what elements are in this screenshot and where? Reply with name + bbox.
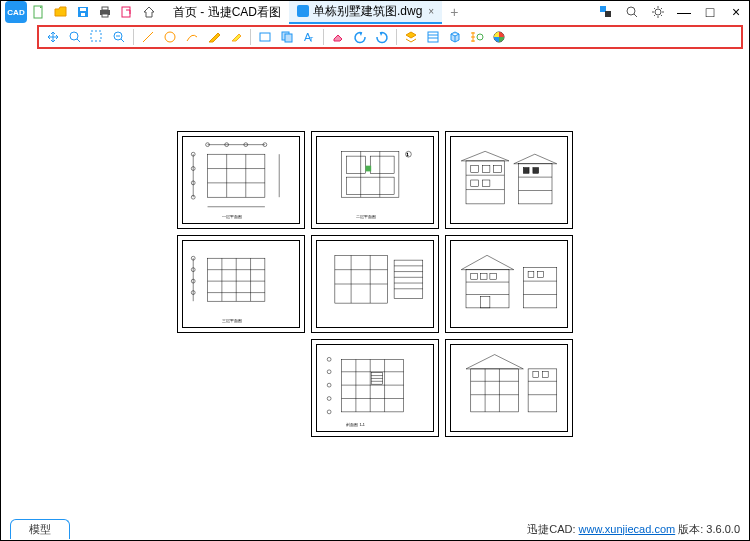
svg-rect-6 — [102, 14, 108, 17]
svg-rect-2 — [80, 8, 86, 11]
titlebar: CAD 首页 - 迅捷CAD看图 单栋别墅建筑图.dwg × + — □ × — [1, 1, 749, 23]
zoom-window-icon[interactable] — [87, 27, 107, 47]
measure-icon[interactable] — [467, 27, 487, 47]
svg-line-14 — [77, 39, 80, 42]
svg-rect-70 — [482, 180, 490, 187]
separator — [133, 29, 134, 45]
svg-rect-7 — [122, 7, 130, 17]
svg-rect-102 — [466, 270, 509, 308]
svg-rect-26 — [428, 32, 438, 42]
status-bar: 模型 迅捷CAD: www.xunjiecad.com 版本: 3.6.0.0 — [2, 519, 748, 539]
home-icon[interactable] — [141, 4, 157, 20]
line-icon[interactable] — [138, 27, 158, 47]
svg-rect-114 — [538, 272, 544, 278]
undo-icon[interactable] — [350, 27, 370, 47]
svg-rect-68 — [494, 166, 502, 173]
zoom-out-icon[interactable] — [109, 27, 129, 47]
circle-icon[interactable] — [160, 27, 180, 47]
separator — [250, 29, 251, 45]
svg-rect-3 — [81, 13, 85, 16]
svg-rect-75 — [523, 168, 529, 174]
svg-rect-35 — [208, 154, 265, 197]
tab-label: 单栋别墅建筑图.dwg — [313, 3, 422, 20]
svg-marker-77 — [514, 154, 557, 164]
svg-text:T: T — [309, 36, 314, 43]
print-icon[interactable] — [97, 4, 113, 20]
separator — [323, 29, 324, 45]
svg-rect-142 — [542, 372, 548, 378]
svg-marker-132 — [466, 355, 523, 369]
tab-label: 首页 - 迅捷CAD看图 — [173, 4, 281, 21]
svg-rect-107 — [480, 273, 487, 279]
footer-prefix: 迅捷CAD: — [527, 523, 578, 535]
pan-icon[interactable] — [43, 27, 63, 47]
tab-home[interactable]: 首页 - 迅捷CAD看图 — [165, 2, 289, 23]
svg-rect-106 — [471, 273, 478, 279]
redo-icon[interactable] — [372, 27, 392, 47]
3d-cube-icon[interactable] — [445, 27, 465, 47]
layers-icon[interactable] — [597, 3, 615, 21]
save-icon[interactable] — [75, 4, 91, 20]
svg-rect-69 — [471, 180, 479, 187]
svg-rect-15 — [91, 31, 101, 41]
svg-point-20 — [165, 32, 175, 42]
sheet-plan-2: 1二层平面图 — [311, 131, 439, 229]
open-file-icon[interactable] — [53, 4, 69, 20]
model-tab[interactable]: 模型 — [10, 519, 70, 539]
svg-text:1: 1 — [407, 153, 409, 157]
footer-info: 迅捷CAD: www.xunjiecad.com 版本: 3.6.0.0 — [527, 522, 740, 537]
add-tab-button[interactable]: + — [442, 2, 466, 22]
close-icon[interactable]: × — [428, 6, 434, 17]
svg-point-130 — [327, 410, 331, 414]
svg-point-129 — [327, 397, 331, 401]
maximize-button[interactable]: □ — [701, 3, 719, 21]
svg-rect-55 — [370, 156, 394, 173]
minimize-button[interactable]: — — [675, 3, 693, 21]
svg-marker-103 — [461, 255, 514, 269]
edit-icon[interactable] — [204, 27, 224, 47]
tab-file[interactable]: 单栋别墅建筑图.dwg × — [289, 1, 442, 24]
svg-rect-108 — [490, 273, 497, 279]
zoom-icon[interactable] — [623, 3, 641, 21]
export-icon[interactable] — [119, 4, 135, 20]
sheet-elevation-1 — [445, 131, 573, 229]
svg-rect-115 — [342, 359, 404, 412]
text-icon[interactable]: AT — [299, 27, 319, 47]
footer-version: 3.6.0.0 — [706, 523, 740, 535]
close-button[interactable]: × — [727, 3, 745, 21]
sheet-section-1: 剖面图 1-1 — [311, 339, 439, 437]
svg-rect-63 — [466, 161, 504, 204]
svg-rect-67 — [482, 166, 490, 173]
color-wheel-icon[interactable] — [489, 27, 509, 47]
highlight-icon[interactable] — [226, 27, 246, 47]
tab-bar: 首页 - 迅捷CAD看图 单栋别墅建筑图.dwg × + — [165, 1, 466, 24]
sheet-plan-1: 一层平面图 — [177, 131, 305, 229]
svg-point-12 — [655, 9, 661, 15]
svg-rect-91 — [335, 255, 388, 303]
svg-point-10 — [627, 7, 635, 15]
svg-point-33 — [477, 34, 483, 40]
svg-text:一层平面图: 一层平面图 — [222, 214, 242, 219]
svg-rect-59 — [365, 166, 371, 172]
svg-point-128 — [327, 383, 331, 387]
properties-icon[interactable] — [423, 27, 443, 47]
svg-rect-9 — [605, 11, 611, 17]
copy-icon[interactable] — [277, 27, 297, 47]
svg-point-126 — [327, 357, 331, 361]
layer-icon[interactable] — [401, 27, 421, 47]
sheet-section-2 — [445, 339, 573, 437]
sheet-plan-3: 三层平面图 — [177, 235, 305, 333]
svg-marker-71 — [461, 151, 509, 161]
drawing-canvas[interactable]: 一层平面图 1二层平面图 三层平面图 剖面图 1-1 — [2, 51, 748, 518]
new-file-icon[interactable] — [31, 4, 47, 20]
window-controls: — □ × — [597, 3, 745, 21]
svg-rect-54 — [346, 156, 365, 173]
erase-icon[interactable] — [328, 27, 348, 47]
zoom-extents-icon[interactable] — [65, 27, 85, 47]
sheet-empty — [177, 339, 305, 437]
svg-line-11 — [634, 14, 637, 17]
arc-icon[interactable] — [182, 27, 202, 47]
gear-icon[interactable] — [649, 3, 667, 21]
rectangle-icon[interactable] — [255, 27, 275, 47]
footer-link[interactable]: www.xunjiecad.com — [579, 523, 676, 535]
